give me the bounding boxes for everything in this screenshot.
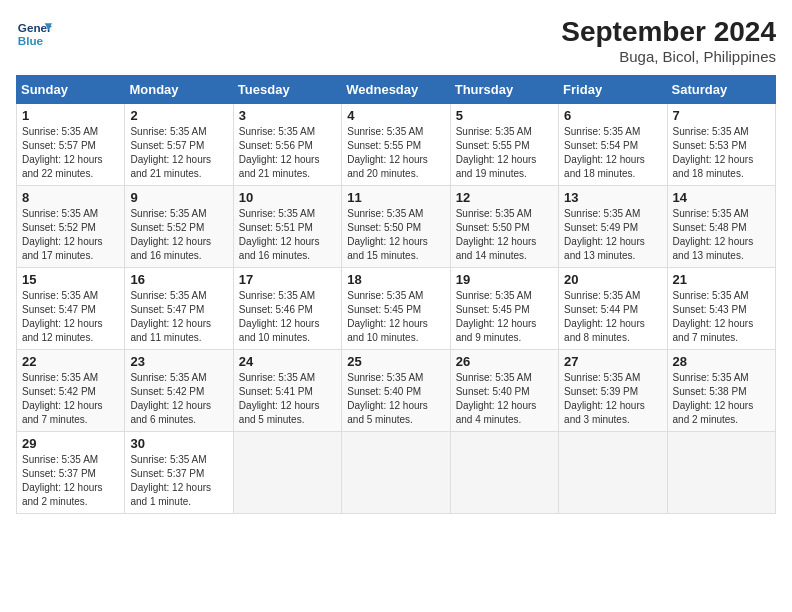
calendar-cell: 15Sunrise: 5:35 AM Sunset: 5:47 PM Dayli… [17, 268, 125, 350]
day-number: 6 [564, 108, 661, 123]
day-header-sunday: Sunday [17, 76, 125, 104]
day-number: 24 [239, 354, 336, 369]
day-number: 7 [673, 108, 770, 123]
day-number: 21 [673, 272, 770, 287]
day-number: 19 [456, 272, 553, 287]
calendar-cell: 24Sunrise: 5:35 AM Sunset: 5:41 PM Dayli… [233, 350, 341, 432]
logo-icon: General Blue [16, 16, 52, 52]
day-header-friday: Friday [559, 76, 667, 104]
day-number: 25 [347, 354, 444, 369]
cell-info: Sunrise: 5:35 AM Sunset: 5:40 PM Dayligh… [347, 371, 444, 427]
calendar-cell: 27Sunrise: 5:35 AM Sunset: 5:39 PM Dayli… [559, 350, 667, 432]
cell-info: Sunrise: 5:35 AM Sunset: 5:57 PM Dayligh… [130, 125, 227, 181]
day-number: 14 [673, 190, 770, 205]
calendar-cell: 13Sunrise: 5:35 AM Sunset: 5:49 PM Dayli… [559, 186, 667, 268]
cell-info: Sunrise: 5:35 AM Sunset: 5:52 PM Dayligh… [22, 207, 119, 263]
cell-info: Sunrise: 5:35 AM Sunset: 5:47 PM Dayligh… [130, 289, 227, 345]
cell-info: Sunrise: 5:35 AM Sunset: 5:37 PM Dayligh… [22, 453, 119, 509]
cell-info: Sunrise: 5:35 AM Sunset: 5:47 PM Dayligh… [22, 289, 119, 345]
day-header-tuesday: Tuesday [233, 76, 341, 104]
calendar-cell: 14Sunrise: 5:35 AM Sunset: 5:48 PM Dayli… [667, 186, 775, 268]
cell-info: Sunrise: 5:35 AM Sunset: 5:51 PM Dayligh… [239, 207, 336, 263]
calendar-cell: 20Sunrise: 5:35 AM Sunset: 5:44 PM Dayli… [559, 268, 667, 350]
day-number: 18 [347, 272, 444, 287]
day-number: 4 [347, 108, 444, 123]
calendar-week-row: 15Sunrise: 5:35 AM Sunset: 5:47 PM Dayli… [17, 268, 776, 350]
cell-info: Sunrise: 5:35 AM Sunset: 5:46 PM Dayligh… [239, 289, 336, 345]
calendar-cell: 16Sunrise: 5:35 AM Sunset: 5:47 PM Dayli… [125, 268, 233, 350]
page-title: September 2024 [561, 16, 776, 48]
calendar-cell: 7Sunrise: 5:35 AM Sunset: 5:53 PM Daylig… [667, 104, 775, 186]
calendar-week-row: 22Sunrise: 5:35 AM Sunset: 5:42 PM Dayli… [17, 350, 776, 432]
cell-info: Sunrise: 5:35 AM Sunset: 5:44 PM Dayligh… [564, 289, 661, 345]
calendar-table: SundayMondayTuesdayWednesdayThursdayFrid… [16, 75, 776, 514]
calendar-cell: 28Sunrise: 5:35 AM Sunset: 5:38 PM Dayli… [667, 350, 775, 432]
calendar-cell: 21Sunrise: 5:35 AM Sunset: 5:43 PM Dayli… [667, 268, 775, 350]
calendar-cell: 23Sunrise: 5:35 AM Sunset: 5:42 PM Dayli… [125, 350, 233, 432]
day-number: 8 [22, 190, 119, 205]
day-number: 16 [130, 272, 227, 287]
title-block: September 2024 Buga, Bicol, Philippines [561, 16, 776, 65]
cell-info: Sunrise: 5:35 AM Sunset: 5:45 PM Dayligh… [347, 289, 444, 345]
cell-info: Sunrise: 5:35 AM Sunset: 5:42 PM Dayligh… [22, 371, 119, 427]
day-header-monday: Monday [125, 76, 233, 104]
calendar-week-row: 1Sunrise: 5:35 AM Sunset: 5:57 PM Daylig… [17, 104, 776, 186]
day-number: 10 [239, 190, 336, 205]
cell-info: Sunrise: 5:35 AM Sunset: 5:53 PM Dayligh… [673, 125, 770, 181]
calendar-cell [233, 432, 341, 514]
calendar-cell: 1Sunrise: 5:35 AM Sunset: 5:57 PM Daylig… [17, 104, 125, 186]
cell-info: Sunrise: 5:35 AM Sunset: 5:54 PM Dayligh… [564, 125, 661, 181]
calendar-cell: 19Sunrise: 5:35 AM Sunset: 5:45 PM Dayli… [450, 268, 558, 350]
calendar-cell: 25Sunrise: 5:35 AM Sunset: 5:40 PM Dayli… [342, 350, 450, 432]
day-number: 11 [347, 190, 444, 205]
day-number: 17 [239, 272, 336, 287]
calendar-cell: 29Sunrise: 5:35 AM Sunset: 5:37 PM Dayli… [17, 432, 125, 514]
cell-info: Sunrise: 5:35 AM Sunset: 5:38 PM Dayligh… [673, 371, 770, 427]
calendar-week-row: 8Sunrise: 5:35 AM Sunset: 5:52 PM Daylig… [17, 186, 776, 268]
calendar-cell [667, 432, 775, 514]
day-header-saturday: Saturday [667, 76, 775, 104]
day-header-wednesday: Wednesday [342, 76, 450, 104]
day-number: 29 [22, 436, 119, 451]
cell-info: Sunrise: 5:35 AM Sunset: 5:55 PM Dayligh… [456, 125, 553, 181]
calendar-cell: 18Sunrise: 5:35 AM Sunset: 5:45 PM Dayli… [342, 268, 450, 350]
calendar-week-row: 29Sunrise: 5:35 AM Sunset: 5:37 PM Dayli… [17, 432, 776, 514]
cell-info: Sunrise: 5:35 AM Sunset: 5:50 PM Dayligh… [456, 207, 553, 263]
cell-info: Sunrise: 5:35 AM Sunset: 5:39 PM Dayligh… [564, 371, 661, 427]
calendar-cell: 30Sunrise: 5:35 AM Sunset: 5:37 PM Dayli… [125, 432, 233, 514]
calendar-cell [559, 432, 667, 514]
day-number: 23 [130, 354, 227, 369]
day-number: 30 [130, 436, 227, 451]
day-number: 2 [130, 108, 227, 123]
calendar-cell: 8Sunrise: 5:35 AM Sunset: 5:52 PM Daylig… [17, 186, 125, 268]
calendar-header-row: SundayMondayTuesdayWednesdayThursdayFrid… [17, 76, 776, 104]
day-number: 5 [456, 108, 553, 123]
cell-info: Sunrise: 5:35 AM Sunset: 5:52 PM Dayligh… [130, 207, 227, 263]
calendar-cell: 17Sunrise: 5:35 AM Sunset: 5:46 PM Dayli… [233, 268, 341, 350]
day-number: 27 [564, 354, 661, 369]
day-number: 28 [673, 354, 770, 369]
cell-info: Sunrise: 5:35 AM Sunset: 5:37 PM Dayligh… [130, 453, 227, 509]
cell-info: Sunrise: 5:35 AM Sunset: 5:48 PM Dayligh… [673, 207, 770, 263]
calendar-cell: 22Sunrise: 5:35 AM Sunset: 5:42 PM Dayli… [17, 350, 125, 432]
day-number: 13 [564, 190, 661, 205]
cell-info: Sunrise: 5:35 AM Sunset: 5:45 PM Dayligh… [456, 289, 553, 345]
cell-info: Sunrise: 5:35 AM Sunset: 5:56 PM Dayligh… [239, 125, 336, 181]
calendar-cell: 2Sunrise: 5:35 AM Sunset: 5:57 PM Daylig… [125, 104, 233, 186]
calendar-cell [342, 432, 450, 514]
calendar-cell: 9Sunrise: 5:35 AM Sunset: 5:52 PM Daylig… [125, 186, 233, 268]
calendar-cell [450, 432, 558, 514]
day-number: 26 [456, 354, 553, 369]
cell-info: Sunrise: 5:35 AM Sunset: 5:57 PM Dayligh… [22, 125, 119, 181]
cell-info: Sunrise: 5:35 AM Sunset: 5:50 PM Dayligh… [347, 207, 444, 263]
calendar-cell: 10Sunrise: 5:35 AM Sunset: 5:51 PM Dayli… [233, 186, 341, 268]
cell-info: Sunrise: 5:35 AM Sunset: 5:41 PM Dayligh… [239, 371, 336, 427]
day-header-thursday: Thursday [450, 76, 558, 104]
logo: General Blue [16, 16, 52, 52]
cell-info: Sunrise: 5:35 AM Sunset: 5:42 PM Dayligh… [130, 371, 227, 427]
day-number: 20 [564, 272, 661, 287]
cell-info: Sunrise: 5:35 AM Sunset: 5:49 PM Dayligh… [564, 207, 661, 263]
svg-text:Blue: Blue [18, 34, 44, 47]
cell-info: Sunrise: 5:35 AM Sunset: 5:40 PM Dayligh… [456, 371, 553, 427]
day-number: 1 [22, 108, 119, 123]
